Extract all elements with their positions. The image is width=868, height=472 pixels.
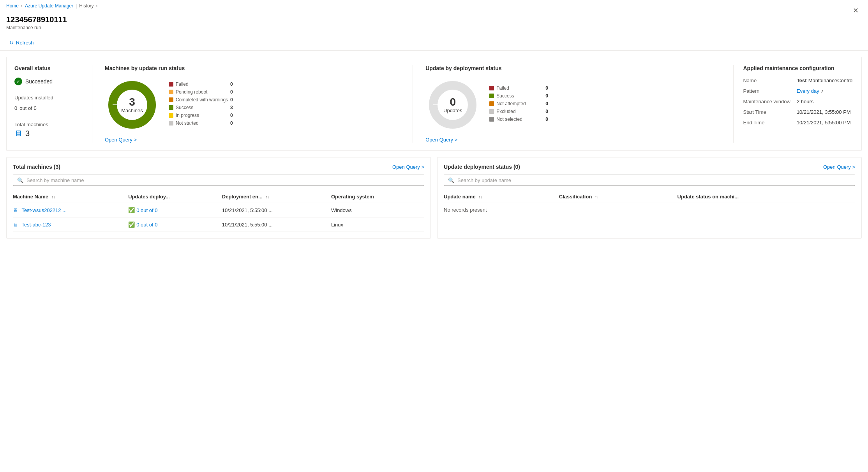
updates-out-of: out of 0 (19, 105, 36, 111)
machine-link[interactable]: Test-abc-123 (21, 222, 51, 228)
breadcrumb-home[interactable]: Home (6, 3, 19, 9)
machines-panel-title: Total machines (3) (13, 164, 60, 170)
name-prefix: Test (797, 78, 807, 83)
legend-dot (489, 94, 494, 98)
sort-icon-3[interactable]: ↑↓ (266, 195, 270, 199)
legend-item: Failed0 (489, 85, 548, 91)
breadcrumb-sep-3: › (96, 3, 98, 9)
close-button[interactable]: ✕ (850, 5, 862, 16)
deployment-donut-label: Updates (443, 108, 462, 113)
legend-dot (169, 97, 173, 102)
deployment-donut-container: 0 Updates Failed0Success0Not attempted0E… (425, 78, 721, 132)
no-records-text: No records present (444, 203, 855, 217)
success-badge: ✅ 0 out of 0 (128, 221, 219, 228)
col-os: Operating system (331, 191, 424, 203)
updates-count: 0 out of 0 (14, 102, 83, 112)
no-records-row: No records present (444, 203, 855, 217)
machines-table: Machine Name ↑↓ Updates deploy... Deploy… (13, 191, 424, 232)
machines-panel: Total machines (3) Open Query > 🔍 Machin… (6, 157, 431, 239)
status-label: Succeeded (25, 78, 53, 85)
overall-status-section: Overall status ✓ Succeeded Updates insta… (14, 65, 92, 143)
machine-search-input[interactable] (26, 177, 420, 183)
total-machines-title: Total machines (14, 122, 83, 127)
pattern-link[interactable]: Every day (797, 88, 819, 94)
col-deployment-en: Deployment en... ↑↓ (222, 191, 331, 203)
pattern-label: Pattern (743, 88, 790, 94)
legend-val: 0 (230, 81, 233, 87)
legend-dot (169, 90, 173, 94)
update-search-input[interactable] (457, 177, 851, 183)
updates-link[interactable]: 0 out of 0 (136, 222, 157, 228)
updates-panel: Update deployment status (0) Open Query … (437, 157, 862, 239)
machines-by-status-title: Machines by update run status (105, 65, 400, 71)
machine-search-icon: 🔍 (17, 177, 23, 183)
col-updates-deploy: Updates deploy... (128, 191, 222, 203)
table-row: 🖥 Test-wsus202212 ... ✅ 0 out of 0 10/21… (13, 203, 424, 217)
deployment-section: Update by deployment status 0 Updates (413, 65, 734, 143)
breadcrumb-azure[interactable]: Azure Update Manager (25, 3, 73, 9)
total-machines: Total machines 🖥 3 (14, 122, 83, 138)
legend-dot (169, 105, 173, 110)
machines-table-open-query[interactable]: Open Query > (392, 164, 424, 170)
legend-item: In progress0 (169, 113, 233, 118)
name-text: MantainanceControl (808, 78, 854, 83)
machine-name-cell: 🖥 Test-wsus202212 ... (13, 203, 128, 217)
success-icon: ✅ (128, 207, 135, 213)
legend-item: Success3 (169, 105, 233, 110)
main-content: Overall status ✓ Succeeded Updates insta… (0, 51, 868, 245)
bottom-panels: Total machines (3) Open Query > 🔍 Machin… (6, 157, 862, 239)
success-icon: ✅ (128, 221, 135, 228)
window-label: Maintenance window (743, 99, 790, 104)
end-value: 10/21/2021, 5:55:00 PM (797, 120, 854, 126)
machines-number: 3 (25, 129, 30, 138)
legend-val: 0 (545, 93, 548, 99)
legend-name: Success (176, 105, 228, 110)
legend-item: Success0 (489, 93, 548, 99)
machine-link[interactable]: Test-wsus202212 ... (21, 207, 67, 213)
legend-val: 0 (230, 89, 233, 95)
legend-dot (489, 117, 494, 122)
machine-row-icon: 🖥 (13, 207, 18, 213)
refresh-icon: ↻ (9, 40, 14, 46)
donut-center-label: Machines (121, 108, 143, 113)
pattern-value: Every day ↗ (797, 88, 854, 94)
legend-name: Failed (496, 85, 543, 91)
machines-panel-header: Total machines (3) Open Query > (13, 164, 424, 170)
machines-legend: Failed0Pending reboot0Completed with war… (169, 81, 233, 128)
legend-name: In progress (176, 113, 228, 118)
machine-name-cell: 🖥 Test-abc-123 (13, 217, 128, 232)
legend-name: Pending reboot (176, 89, 228, 95)
page-header: 12345678910111 Maintenance run (0, 12, 868, 35)
update-search-box[interactable]: 🔍 (444, 175, 855, 186)
breadcrumb: Home › Azure Update Manager | History › (0, 0, 868, 12)
legend-name: Success (496, 93, 543, 99)
col-update-status: Update status on machi... (677, 191, 855, 203)
refresh-button[interactable]: ↻ Refresh (6, 38, 37, 47)
maintenance-section: Applied maintenance configuration Name T… (734, 65, 854, 143)
deployment-open-query[interactable]: Open Query > (425, 137, 457, 143)
updates-installed: Updates installed 0 out of 0 (14, 95, 83, 112)
updates-open-query[interactable]: Open Query > (823, 164, 855, 170)
machine-search-box[interactable]: 🔍 (13, 175, 424, 186)
deployment-title: Update by deployment status (425, 65, 721, 71)
sort-icon-u2[interactable]: ↑↓ (595, 195, 599, 199)
legend-name: Completed with warnings (176, 97, 228, 103)
refresh-label: Refresh (16, 40, 34, 46)
sort-icon[interactable]: ↑↓ (51, 195, 55, 199)
legend-item: Pending reboot0 (169, 89, 233, 95)
col-update-name: Update name ↑↓ (444, 191, 559, 203)
machines-open-query[interactable]: Open Query > (105, 137, 137, 143)
sort-icon-u1[interactable]: ↑↓ (478, 195, 482, 199)
table-row: 🖥 Test-abc-123 ✅ 0 out of 0 10/21/2021, … (13, 217, 424, 232)
deployment-donut-center: 0 Updates (443, 97, 462, 113)
machines-donut-chart: 3 Machines (105, 78, 159, 132)
window-value: 2 hours (797, 99, 854, 104)
col-classification: Classification ↑↓ (559, 191, 677, 203)
legend-item: Excluded0 (489, 109, 548, 114)
legend-item: Not selected0 (489, 117, 548, 122)
updates-deploy-cell: ✅ 0 out of 0 (128, 217, 222, 232)
updates-link[interactable]: 0 out of 0 (136, 207, 157, 213)
status-card: Overall status ✓ Succeeded Updates insta… (6, 57, 862, 151)
name-value: TestMantainanceControl (797, 78, 854, 83)
updates-panel-header: Update deployment status (0) Open Query … (444, 164, 855, 170)
